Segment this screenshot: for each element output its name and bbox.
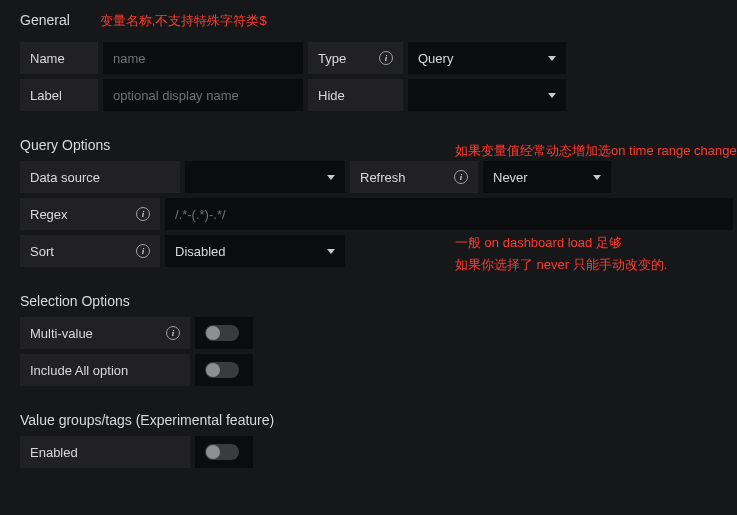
info-icon[interactable]: i [379, 51, 393, 65]
data-source-label: Data source [20, 161, 180, 193]
name-label: Name [20, 42, 98, 74]
info-icon[interactable]: i [136, 207, 150, 221]
enabled-label: Enabled [20, 436, 190, 468]
chevron-down-icon [327, 249, 335, 254]
annotation-refresh-3: 如果你选择了 never 只能手动改变的. [455, 256, 737, 275]
section-title-value-groups: Value groups/tags (Experimental feature) [20, 412, 737, 428]
include-all-label: Include All option [20, 354, 190, 386]
annotation-general: 变量名称,不支持特殊字符类$ [100, 12, 267, 31]
chevron-down-icon [593, 175, 601, 180]
enabled-label-text: Enabled [30, 445, 78, 460]
info-icon[interactable]: i [136, 244, 150, 258]
section-title-selection-options: Selection Options [20, 293, 737, 309]
data-source-select[interactable] [185, 161, 345, 193]
chevron-down-icon [548, 93, 556, 98]
annotation-refresh-2: 一般 on dashboard load 足够 [455, 234, 737, 253]
sort-select[interactable]: Disabled [165, 235, 345, 267]
sort-label: Sort i [20, 235, 160, 267]
include-all-toggle[interactable] [205, 362, 239, 378]
regex-input[interactable] [165, 198, 733, 230]
section-title-general: General [20, 12, 70, 28]
hide-select[interactable] [408, 79, 566, 111]
hide-label: Hide [308, 79, 403, 111]
enabled-toggle[interactable] [205, 444, 239, 460]
multi-value-label-text: Multi-value [30, 326, 93, 341]
label-input[interactable] [103, 79, 303, 111]
chevron-down-icon [327, 175, 335, 180]
name-input[interactable] [103, 42, 303, 74]
general-rows: Name Type i Query Label Hide [20, 42, 737, 111]
refresh-label: Refresh i [350, 161, 478, 193]
sort-label-text: Sort [30, 244, 54, 259]
multi-value-label: Multi-value i [20, 317, 190, 349]
type-select-value: Query [418, 51, 453, 66]
multi-value-toggle[interactable] [205, 325, 239, 341]
refresh-label-text: Refresh [360, 170, 406, 185]
info-icon[interactable]: i [166, 326, 180, 340]
regex-label: Regex i [20, 198, 160, 230]
refresh-select-value: Never [493, 170, 528, 185]
regex-label-text: Regex [30, 207, 68, 222]
hide-label-text: Hide [318, 88, 345, 103]
label-label: Label [20, 79, 98, 111]
type-label-text: Type [318, 51, 346, 66]
sort-select-value: Disabled [175, 244, 226, 259]
type-select[interactable]: Query [408, 42, 566, 74]
info-icon[interactable]: i [454, 170, 468, 184]
selection-options-rows: Multi-value i Include All option [20, 317, 737, 386]
refresh-select[interactable]: Never [483, 161, 611, 193]
chevron-down-icon [548, 56, 556, 61]
value-groups-rows: Enabled [20, 436, 737, 468]
annotation-refresh-1: 如果变量值经常动态增加选on time range change [455, 142, 737, 161]
include-all-label-text: Include All option [30, 363, 128, 378]
type-label: Type i [308, 42, 403, 74]
